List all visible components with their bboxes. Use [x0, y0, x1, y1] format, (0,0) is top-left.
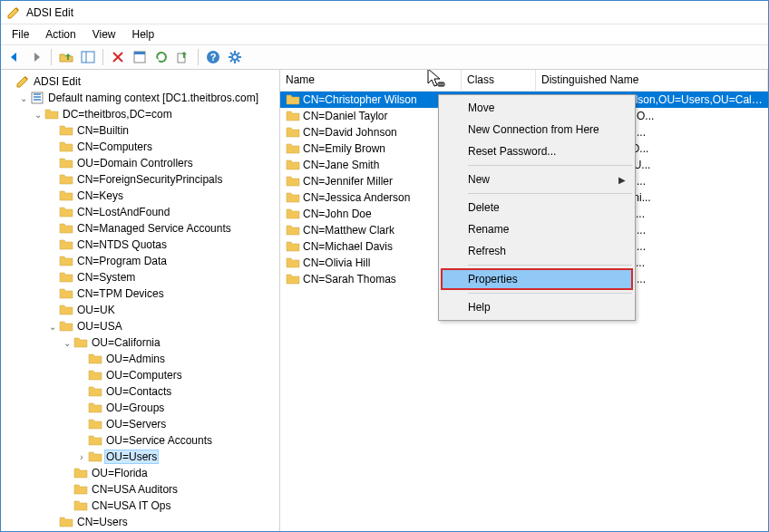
menu-action[interactable]: Action: [38, 26, 83, 43]
cell-name: CN=Jennifer Miller: [280, 174, 462, 189]
tree-item[interactable]: OU=Service Accounts: [3, 432, 277, 449]
tree-context[interactable]: ⌄Default naming context [DC1.theitbros.c…: [3, 90, 277, 106]
cell-name: CN=Jane Smith: [280, 158, 462, 172]
tree-item[interactable]: CN=Computers: [3, 139, 277, 155]
row-name: CN=Matthew Clark: [303, 224, 394, 237]
app-icon: [6, 5, 21, 20]
tree-expander[interactable]: ›: [75, 452, 88, 462]
row-name: CN=Daniel Taylor: [303, 110, 388, 122]
cell-name: CN=Michael Davis: [280, 239, 462, 254]
properties-button[interactable]: [130, 47, 150, 67]
tree-panel[interactable]: ADSI Edit⌄Default naming context [DC1.th…: [1, 70, 280, 531]
export-button[interactable]: [173, 47, 193, 67]
tree-item-label: OU=UK: [75, 304, 117, 316]
ctx-delete-label: Delete: [468, 201, 500, 214]
cell-name: CN=David Johnson: [280, 125, 462, 140]
back-button[interactable]: [5, 47, 24, 67]
menu-view[interactable]: View: [85, 26, 123, 43]
tree-item[interactable]: CN=TPM Devices: [3, 285, 277, 302]
properties-icon: [132, 50, 147, 64]
tree-item-label: OU=USA: [75, 320, 124, 333]
row-name: CN=Christopher Wilson: [303, 93, 417, 106]
folder-icon: [286, 125, 300, 140]
folder-icon: [286, 207, 300, 221]
ctx-move-label: Move: [468, 102, 494, 114]
panes-button[interactable]: [78, 47, 98, 67]
folder-icon: [88, 368, 102, 382]
tree-dc[interactable]: ⌄DC=theitbros,DC=com: [3, 106, 277, 122]
tree-item[interactable]: CN=ForeignSecurityPrincipals: [3, 171, 277, 188]
tree-item[interactable]: CN=Keys: [3, 188, 277, 204]
menu-help[interactable]: Help: [125, 26, 162, 43]
forward-button[interactable]: [26, 47, 46, 67]
tree-item[interactable]: CN=Builtin: [3, 122, 277, 139]
delete-button[interactable]: [108, 47, 128, 67]
tree-ou-users[interactable]: ›OU=Users: [3, 449, 277, 465]
ctx-new[interactable]: New▶: [441, 169, 633, 190]
row-name: CN=Jane Smith: [303, 159, 379, 171]
tree-root[interactable]: ADSI Edit: [3, 73, 277, 90]
ctx-rename[interactable]: Rename: [441, 218, 633, 240]
ctx-move[interactable]: Move: [441, 97, 633, 119]
tree-item-label: OU=Users: [104, 450, 159, 464]
tree-item[interactable]: OU=Domain Controllers: [3, 155, 277, 171]
tree-item[interactable]: CN=Program Data: [3, 253, 277, 269]
folder-icon: [286, 190, 300, 205]
ctx-properties-label: Properties: [468, 273, 518, 285]
folder-icon: [286, 109, 300, 123]
titlebar: ADSI Edit: [1, 1, 768, 24]
tree-item[interactable]: CN=LostAndFound: [3, 204, 277, 220]
column-class[interactable]: Class: [462, 70, 536, 91]
forward-icon: [29, 50, 44, 64]
folder-icon: [59, 221, 73, 236]
tree-item[interactable]: CN=System: [3, 269, 277, 285]
ctx-new-connection[interactable]: New Connection from Here: [441, 119, 633, 140]
export-icon: [176, 50, 190, 64]
folder-icon: [88, 450, 102, 464]
tree-item[interactable]: OU=Servers: [3, 416, 277, 432]
folder-icon: [88, 433, 102, 448]
tree-item[interactable]: OU=Admins: [3, 351, 277, 367]
tree-item[interactable]: OU=Contacts: [3, 383, 277, 400]
tree-ou-california[interactable]: ⌄OU=California: [3, 334, 277, 351]
tree-item[interactable]: CN=Managed Service Accounts: [3, 220, 277, 237]
tree-item[interactable]: OU=Groups: [3, 400, 277, 416]
tree-item-label: OU=Service Accounts: [104, 434, 214, 447]
ctx-delete[interactable]: Delete: [441, 197, 633, 218]
menubar: File Action View Help: [1, 24, 768, 44]
folder-icon: [286, 174, 300, 189]
tree-item[interactable]: OU=Florida: [3, 465, 277, 481]
tree-item[interactable]: CN=USA Auditors: [3, 481, 277, 498]
cell-name: CN=Christopher Wilson: [280, 92, 462, 107]
panes-icon: [81, 50, 95, 64]
ctx-help[interactable]: Help: [441, 296, 633, 318]
folder-icon: [59, 205, 73, 219]
tree-expander[interactable]: ⌄: [61, 338, 73, 348]
ctx-refresh[interactable]: Refresh: [441, 240, 633, 262]
folder-icon: [88, 352, 102, 366]
tree-item[interactable]: OU=UK: [3, 302, 277, 318]
help-button[interactable]: [203, 47, 223, 67]
folder-icon: [286, 239, 300, 254]
column-name[interactable]: Name: [280, 70, 462, 91]
window-title: ADSI Edit: [26, 6, 73, 19]
tree-item[interactable]: CN=USA IT Ops: [3, 498, 277, 514]
up-button[interactable]: [56, 47, 76, 67]
column-dn[interactable]: Distinguished Name: [536, 70, 768, 91]
menu-file[interactable]: File: [5, 26, 36, 43]
refresh-button[interactable]: [151, 47, 171, 67]
tree-item[interactable]: CN=Users: [3, 514, 277, 530]
tree-ou-usa[interactable]: ⌄OU=USA: [3, 318, 277, 334]
folder-icon: [59, 140, 73, 154]
tree-item[interactable]: OU=Computers: [3, 367, 277, 383]
ctx-reset-password[interactable]: Reset Password...: [441, 140, 633, 162]
settings-button[interactable]: [225, 47, 245, 67]
tree-item-label: OU=Florida: [90, 467, 150, 479]
tree-expander[interactable]: ⌄: [46, 322, 59, 332]
ctx-properties[interactable]: Properties: [441, 268, 633, 290]
tree-expander[interactable]: ⌄: [17, 93, 30, 103]
folder-icon: [59, 319, 73, 334]
tree-expander[interactable]: ⌄: [32, 110, 44, 120]
help-icon: [206, 50, 220, 64]
tree-item[interactable]: CN=NTDS Quotas: [3, 237, 277, 253]
